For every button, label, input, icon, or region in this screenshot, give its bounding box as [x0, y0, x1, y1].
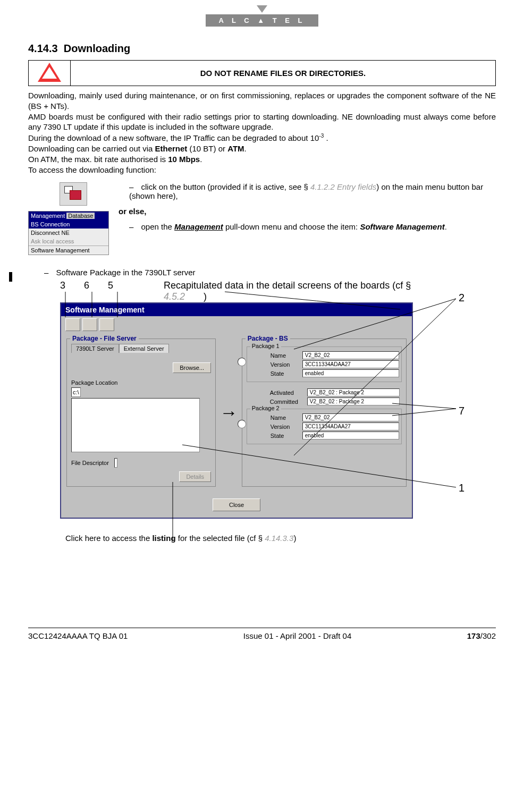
details-button[interactable]: Details	[179, 471, 211, 482]
window-toolbar	[61, 316, 412, 333]
footer-doc-number: 3CC12424AAAA TQ BJA 01	[28, 631, 128, 640]
pk1-name: V2_B2_02	[302, 351, 399, 359]
details-caption: Click here to access the listing for the…	[65, 534, 496, 543]
bs-group: Package - BS Package 1 NameV2_B2_02 Vers…	[242, 339, 407, 487]
file-list[interactable]	[71, 398, 200, 452]
change-bar	[9, 272, 12, 282]
brand-logo: A L C ▲ T E L	[28, 5, 496, 27]
tab-external-server[interactable]: External Server	[119, 344, 169, 353]
package2-radio[interactable]	[238, 420, 246, 428]
top-callouts: 3 6 5 Recapitulated data in the detail s…	[60, 280, 496, 302]
subsection-title: Software Package in the 7390LT server	[44, 268, 496, 277]
activated-value: V2_B2_02 : Package 2	[307, 388, 400, 396]
browse-button[interactable]: Browse...	[173, 362, 211, 373]
instruction-text: click on the button (provided if it is a…	[119, 182, 496, 255]
tab-7390lt-server[interactable]: 7390LT Server	[71, 344, 119, 353]
pk2-state: enabled	[302, 432, 399, 439]
callout-2: 2	[459, 292, 464, 304]
software-management-window: Software Management Package - File Serve…	[60, 302, 413, 519]
management-menu-preview: Management Database BS Connection Discon…	[28, 211, 109, 255]
warning-box: DO NOT RENAME FILES OR DIRECTORIES.	[28, 60, 496, 86]
pk2-version: 3CC11334ADAA27	[302, 422, 399, 430]
toolbar-button-2[interactable]	[82, 318, 97, 331]
toolbar-button-1[interactable]	[65, 318, 80, 331]
warning-icon	[38, 63, 61, 82]
pk1-version: 3CC11334ADAA27	[302, 360, 399, 368]
page-footer: 3CC12424AAAA TQ BJA 01 Issue 01 - April …	[28, 628, 496, 640]
pk1-state: enabled	[302, 369, 399, 377]
file-descriptor-input[interactable]	[114, 458, 117, 468]
package-location-label: Package Location	[71, 379, 211, 386]
warning-text: DO NOT RENAME FILES OR DIRECTORIES.	[71, 61, 495, 85]
committed-value: V2_B2_02 : Package 2	[307, 397, 400, 405]
brand-text: A L C ▲ T E L	[206, 14, 318, 27]
instruction-images: Management Database BS Connection Discon…	[28, 182, 119, 255]
callout-1: 1	[459, 482, 464, 494]
file-server-group: Package - File Server 7390LT ServerExter…	[66, 339, 216, 487]
footer-issue: Issue 01 - April 2001 - Draft 04	[243, 631, 351, 640]
close-button[interactable]: Close	[213, 498, 260, 511]
toolbar-button-3[interactable]	[99, 318, 114, 331]
package-location-input[interactable]: c:\	[71, 387, 81, 397]
toolbar-button-icon	[60, 182, 87, 206]
pk2-name: V2_B2_02	[302, 413, 399, 421]
section-heading: 4.14.3 Downloading	[28, 43, 496, 55]
file-descriptor-label: File Descriptor	[71, 460, 109, 466]
body-text: Downloading, mainly used during maintena…	[28, 90, 496, 175]
window-titlebar: Software Management	[61, 303, 412, 316]
callout-7: 7	[459, 405, 464, 417]
footer-page: 173/302	[467, 631, 496, 640]
package1-radio[interactable]	[238, 358, 246, 366]
